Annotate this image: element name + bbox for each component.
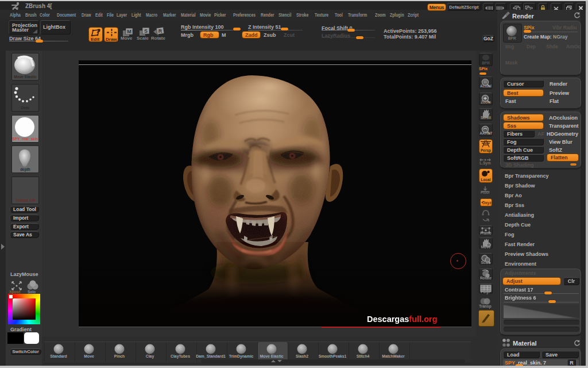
svg-text:MatchMaker: MatchMaker	[382, 354, 405, 358]
svg-text:Stitch4: Stitch4	[357, 354, 370, 358]
svg-text:Slash2: Slash2	[296, 354, 308, 358]
svg-text:SmoothPeaks1: SmoothPeaks1	[319, 354, 347, 358]
svg-text:Move: Move	[84, 354, 94, 358]
svg-text:Dam_Standard1: Dam_Standard1	[196, 354, 226, 358]
svg-text:Clay: Clay	[146, 354, 154, 359]
svg-text:Standard: Standard	[50, 354, 67, 358]
svg-text:M: M	[127, 29, 131, 34]
svg-text:ClayTubes: ClayTubes	[171, 354, 190, 359]
svg-text:S: S	[144, 28, 148, 34]
svg-text:TrimDynamic: TrimDynamic	[229, 354, 254, 359]
svg-text:Move Elastic: Move Elastic	[260, 354, 283, 358]
svg-text:R: R	[158, 28, 163, 34]
svg-text:Pinch: Pinch	[114, 354, 125, 358]
